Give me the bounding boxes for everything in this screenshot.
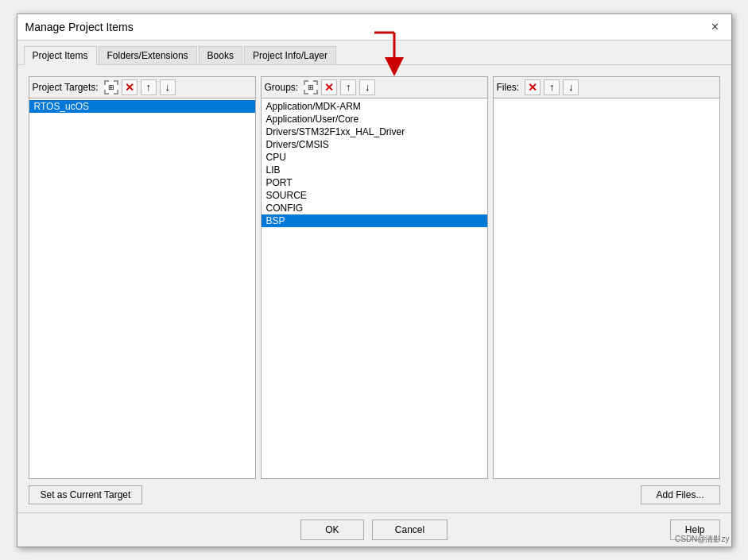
move-file-up-button[interactable]: ↑: [544, 79, 560, 95]
content-area: Project Targets: ⊞ ✕ ↑ ↓ RTOS_ucOS Group…: [17, 65, 731, 512]
tab-books[interactable]: Books: [199, 46, 242, 65]
panels-row: Project Targets: ⊞ ✕ ↑ ↓ RTOS_ucOS Group…: [29, 76, 720, 479]
add-files-button[interactable]: Add Files...: [641, 485, 720, 504]
group-item-app-mdk-arm[interactable]: Application/MDK-ARM: [262, 100, 487, 113]
group-item-drivers-cmsis[interactable]: Drivers/CMSIS: [262, 138, 487, 151]
group-item-config[interactable]: CONFIG: [262, 202, 487, 214]
tab-folders-extensions[interactable]: Folders/Extensions: [99, 46, 197, 65]
move-group-down-button[interactable]: ↓: [359, 79, 375, 95]
target-item-rtos-ucos[interactable]: RTOS_ucOS: [29, 100, 255, 113]
bottom-left-actions: Set as Current Target: [29, 485, 143, 504]
ok-button[interactable]: OK: [300, 519, 364, 540]
files-panel: Files: ✕ ↑ ↓: [493, 76, 720, 479]
move-file-down-button[interactable]: ↓: [563, 79, 579, 95]
project-targets-panel: Project Targets: ⊞ ✕ ↑ ↓ RTOS_ucOS: [29, 76, 256, 479]
dialog-title: Manage Project Items: [25, 21, 134, 33]
group-item-drivers-stm32[interactable]: Drivers/STM32F1xx_HAL_Driver: [262, 126, 487, 138]
title-bar: Manage Project Items ×: [17, 14, 731, 41]
move-target-down-button[interactable]: ↓: [160, 79, 176, 95]
targets-list: RTOS_ucOS: [29, 98, 255, 478]
help-button[interactable]: Help: [670, 519, 720, 540]
groups-panel-header: Groups: ⊞ ✕ ↑ ↓: [262, 77, 487, 98]
close-button[interactable]: ×: [707, 19, 723, 35]
delete-group-button[interactable]: ✕: [321, 79, 337, 95]
delete-file-button[interactable]: ✕: [525, 79, 541, 95]
group-item-bsp[interactable]: BSP: [262, 214, 487, 227]
files-label: Files:: [497, 82, 520, 93]
tab-project-info-layer[interactable]: Project Info/Layer: [244, 46, 336, 65]
move-target-up-button[interactable]: ↑: [141, 79, 157, 95]
group-item-app-user-core[interactable]: Application/User/Core: [262, 113, 487, 126]
add-target-button[interactable]: ⊞: [104, 80, 118, 95]
manage-project-dialog: Manage Project Items × Project Items Fol…: [17, 14, 732, 547]
group-item-source[interactable]: SOURCE: [262, 189, 487, 202]
group-item-port[interactable]: PORT: [262, 176, 487, 189]
groups-label: Groups:: [265, 82, 299, 93]
delete-target-button[interactable]: ✕: [122, 79, 138, 95]
targets-label: Project Targets:: [33, 82, 99, 93]
set-current-target-button[interactable]: Set as Current Target: [29, 485, 143, 504]
targets-panel-header: Project Targets: ⊞ ✕ ↑ ↓: [29, 77, 255, 98]
move-group-up-button[interactable]: ↑: [340, 79, 356, 95]
group-item-cpu[interactable]: CPU: [262, 151, 487, 164]
bottom-right-actions: Add Files...: [641, 485, 720, 504]
group-item-lib[interactable]: LIB: [262, 164, 487, 176]
tab-project-items[interactable]: Project Items: [24, 46, 97, 65]
cancel-button[interactable]: Cancel: [372, 519, 448, 540]
files-panel-header: Files: ✕ ↑ ↓: [494, 77, 719, 98]
footer: OK Cancel Help CSDN@清影zy: [17, 512, 731, 546]
groups-list: Application/MDK-ARM Application/User/Cor…: [262, 98, 487, 478]
tab-bar: Project Items Folders/Extensions Books P…: [17, 41, 731, 65]
groups-panel: Groups: ⊞ ✕ ↑ ↓ Application/MDK-ARM Appl…: [261, 76, 488, 479]
add-group-button[interactable]: ⊞: [304, 80, 318, 95]
bottom-action-row: Set as Current Target Add Files...: [29, 485, 720, 504]
files-list: [494, 98, 719, 478]
